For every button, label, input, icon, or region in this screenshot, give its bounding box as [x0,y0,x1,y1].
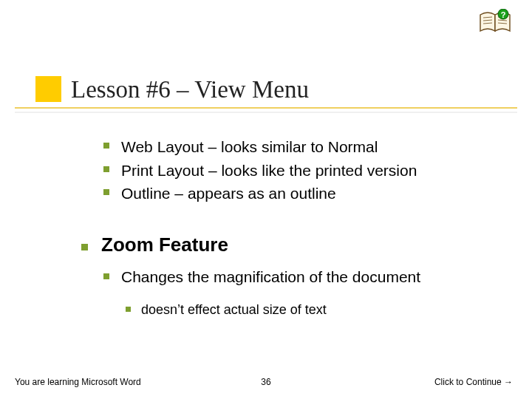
help-book-icon: ? [479,9,513,37]
slide-body: Web Layout – looks similar to Normal Pri… [103,135,517,320]
list-item: Print Layout – looks like the printed ve… [103,159,517,183]
slide-footer: You are learning Microsoft Word 36 Click… [0,377,532,387]
list-item-text: Outline – appears as an outline [121,182,336,205]
square-bullet-icon [103,273,109,279]
square-bullet-icon [81,244,88,250]
list-item-text: Changes the magnification of the documen… [121,265,420,289]
footer-note-left: You are learning Microsoft Word [15,377,141,387]
list-item: Web Layout – looks similar to Normal [103,135,517,159]
list-item: Changes the magnification of the documen… [103,265,517,289]
bullet-group-views: Web Layout – looks similar to Normal Pri… [103,135,517,205]
list-item-text: Web Layout – looks similar to Normal [121,135,378,159]
square-bullet-icon [126,307,131,312]
square-bullet-icon [103,143,109,149]
list-item: doesn’t effect actual size of text [126,300,517,320]
list-item: Zoom Feature [81,233,517,256]
square-bullet-icon [103,166,109,172]
bullet-group-zoom: Zoom Feature Changes the magnification o… [81,233,517,321]
click-to-continue-link[interactable]: Click to Continue → [434,377,513,387]
zoom-feature-heading: Zoom Feature [101,233,228,256]
title-underline [15,107,517,109]
slide-title: Lesson #6 – View Menu [71,76,309,103]
title-accent-square [35,76,61,102]
list-item-text: doesn’t effect actual size of text [141,300,327,320]
square-bullet-icon [103,189,109,195]
list-item-text: Print Layout – looks like the printed ve… [121,159,417,183]
svg-text:?: ? [501,10,506,19]
list-item: Outline – appears as an outline [103,182,517,205]
